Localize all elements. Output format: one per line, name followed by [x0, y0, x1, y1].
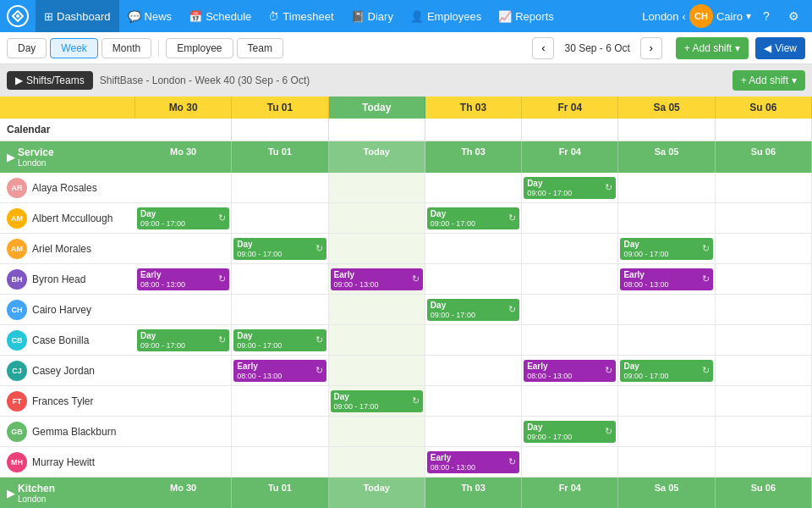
team-filter-button[interactable]: Team — [237, 38, 283, 58]
shift-cell[interactable] — [232, 295, 328, 324]
shift-cell[interactable] — [425, 386, 522, 416]
month-view-button[interactable]: Month — [102, 38, 151, 58]
shift-block-day[interactable]: Day09:00 - 17:00↻ — [427, 299, 519, 321]
shift-cell[interactable] — [716, 295, 812, 324]
shift-cell[interactable]: Day09:00 - 17:00↻ — [522, 417, 618, 446]
shift-cell[interactable] — [135, 417, 232, 446]
shift-cell[interactable] — [329, 203, 425, 233]
shift-block-day[interactable]: Day09:00 - 17:00↻ — [524, 421, 616, 443]
shift-cell[interactable] — [329, 356, 425, 385]
shift-cell[interactable]: Early08:00 - 13:00↻ — [618, 264, 715, 294]
logo[interactable] — [7, 5, 29, 27]
shift-block-early[interactable]: Early08:00 - 13:00↻ — [137, 268, 229, 290]
employee-filter-button[interactable]: Employee — [166, 38, 233, 58]
shift-block-day[interactable]: Day09:00 - 17:00↻ — [427, 207, 519, 229]
nav-diary[interactable]: 📓 Diary — [343, 0, 402, 32]
shift-cell[interactable] — [716, 264, 812, 294]
shift-cell[interactable] — [135, 234, 232, 263]
help-button[interactable]: ? — [754, 4, 778, 28]
shift-cell[interactable] — [522, 234, 618, 263]
shift-cell[interactable] — [425, 356, 522, 385]
shift-cell[interactable] — [522, 386, 618, 416]
view-button[interactable]: ◀ View — [755, 37, 805, 59]
shift-cell[interactable] — [618, 173, 715, 202]
shift-cell[interactable]: Day09:00 - 17:00↻ — [425, 295, 522, 324]
shift-block-early[interactable]: Early08:00 - 13:00↻ — [427, 451, 519, 473]
shift-block-early[interactable]: Early09:00 - 13:00↻ — [331, 268, 423, 290]
shift-cell[interactable] — [522, 447, 618, 477]
shift-cell[interactable] — [716, 203, 812, 233]
shift-cell[interactable] — [716, 417, 812, 446]
shift-block-day[interactable]: Day09:00 - 17:00↻ — [233, 238, 326, 260]
shift-cell[interactable] — [522, 295, 618, 324]
shift-cell[interactable] — [232, 264, 328, 294]
shift-cell[interactable] — [135, 386, 232, 416]
shift-cell[interactable] — [522, 264, 618, 294]
shift-cell[interactable]: Day09:00 - 17:00↻ — [329, 386, 425, 416]
shift-cell[interactable]: Early08:00 - 13:00↻ — [232, 356, 328, 385]
shift-cell[interactable] — [232, 447, 328, 477]
shift-cell[interactable]: Day09:00 - 17:00↻ — [135, 203, 232, 233]
shift-cell[interactable] — [618, 417, 715, 446]
nav-schedule[interactable]: 📅 Schedule — [180, 0, 260, 32]
shift-cell[interactable]: Early08:00 - 13:00↻ — [135, 264, 232, 294]
shift-cell[interactable] — [618, 447, 715, 477]
shift-cell[interactable] — [425, 264, 522, 294]
shift-cell[interactable]: Day09:00 - 17:00↻ — [232, 325, 328, 355]
day-view-button[interactable]: Day — [7, 38, 47, 58]
shift-cell[interactable] — [135, 295, 232, 324]
shift-cell[interactable] — [329, 173, 425, 202]
shift-cell[interactable]: Early08:00 - 13:00↻ — [425, 447, 522, 477]
week-view-button[interactable]: Week — [50, 38, 97, 58]
next-week-button[interactable]: › — [640, 37, 662, 59]
shift-cell[interactable] — [329, 325, 425, 355]
shift-cell[interactable] — [425, 325, 522, 355]
shift-block-early[interactable]: Early08:00 - 13:00↻ — [524, 360, 616, 382]
shift-block-early[interactable]: Early08:00 - 13:00↻ — [233, 360, 326, 382]
shift-cell[interactable] — [425, 417, 522, 446]
shift-cell[interactable] — [232, 203, 328, 233]
shift-cell[interactable] — [716, 325, 812, 355]
shift-cell[interactable]: Day09:00 - 17:00↻ — [425, 203, 522, 233]
shift-cell[interactable] — [232, 417, 328, 446]
shifts-add-button[interactable]: + Add shift ▾ — [732, 70, 805, 91]
nav-employees[interactable]: 👤 Employees — [402, 0, 490, 32]
shift-cell[interactable] — [522, 203, 618, 233]
prev-week-button[interactable]: ‹ — [532, 37, 554, 59]
nav-news[interactable]: 💬 News — [119, 0, 181, 32]
shift-block-day[interactable]: Day09:00 - 17:00↻ — [331, 390, 423, 412]
shift-cell[interactable] — [618, 203, 715, 233]
shift-cell[interactable] — [716, 356, 812, 385]
shift-block-day[interactable]: Day09:00 - 17:00↻ — [620, 360, 712, 382]
shift-block-day[interactable]: Day09:00 - 17:00↻ — [137, 329, 229, 351]
shift-cell[interactable]: Early09:00 - 13:00↻ — [329, 264, 425, 294]
shift-cell[interactable] — [522, 325, 618, 355]
shift-cell[interactable] — [618, 325, 715, 355]
nav-location[interactable]: London ‹ — [642, 10, 686, 23]
shift-cell[interactable] — [716, 173, 812, 202]
shift-cell[interactable]: Day09:00 - 17:00↻ — [618, 234, 715, 263]
shift-cell[interactable] — [618, 295, 715, 324]
shift-cell[interactable]: Day09:00 - 17:00↻ — [135, 325, 232, 355]
shift-cell[interactable] — [135, 173, 232, 202]
shift-cell[interactable] — [425, 234, 522, 263]
shift-cell[interactable] — [716, 234, 812, 263]
shift-block-day[interactable]: Day09:00 - 17:00↻ — [620, 238, 712, 260]
avatar[interactable]: CH — [689, 4, 713, 28]
shift-block-day[interactable]: Day09:00 - 17:00↻ — [137, 207, 229, 229]
settings-button[interactable]: ⚙ — [782, 4, 805, 28]
shift-cell[interactable]: Day09:00 - 17:00↻ — [618, 356, 715, 385]
shifts-tab[interactable]: ▶ Shifts/Teams — [7, 71, 93, 90]
shift-cell[interactable] — [329, 295, 425, 324]
shift-cell[interactable] — [618, 386, 715, 416]
shift-cell[interactable] — [135, 447, 232, 477]
add-shift-button[interactable]: + Add shift ▾ — [676, 37, 749, 59]
shift-cell[interactable]: Day09:00 - 17:00↻ — [232, 234, 328, 263]
shift-cell[interactable] — [232, 173, 328, 202]
shift-block-early[interactable]: Early08:00 - 13:00↻ — [620, 268, 712, 290]
shift-cell[interactable] — [135, 356, 232, 385]
shift-cell[interactable]: Early08:00 - 13:00↻ — [522, 356, 618, 385]
nav-dashboard[interactable]: ⊞ Dashboard — [36, 0, 119, 32]
shift-cell[interactable] — [329, 234, 425, 263]
shift-cell[interactable] — [716, 447, 812, 477]
